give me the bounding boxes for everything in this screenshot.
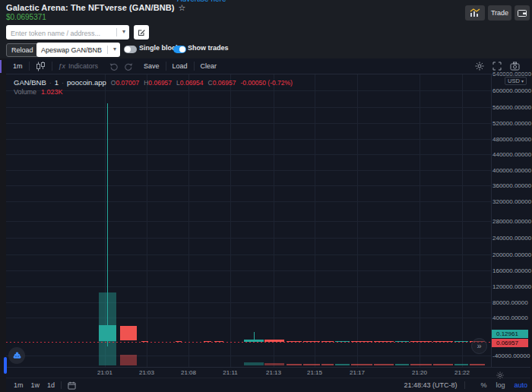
auto-scale-button[interactable]: auto xyxy=(514,381,527,389)
gridline-h xyxy=(6,185,491,186)
gridline-h xyxy=(6,139,491,140)
go-to-date-button[interactable] xyxy=(68,381,76,390)
candle-style-button[interactable] xyxy=(36,62,46,71)
load-button[interactable]: Load xyxy=(173,62,188,70)
legend-symbol[interactable]: GAN/BNB xyxy=(14,78,46,87)
flat-candle xyxy=(214,341,223,342)
flat-candle xyxy=(335,341,350,342)
volume-tick xyxy=(410,364,432,365)
flat-candle xyxy=(204,341,211,342)
gridline-v xyxy=(357,74,358,367)
ohlc-high-value: 0.06957 xyxy=(148,79,172,87)
undo-icon xyxy=(109,62,119,71)
gridline-h xyxy=(6,221,491,222)
calendar-icon xyxy=(68,381,76,390)
volume-value: 1.023K xyxy=(41,88,63,96)
undo-button[interactable] xyxy=(109,62,119,71)
log-scale-button[interactable]: log xyxy=(496,381,505,389)
candle-body xyxy=(99,325,116,341)
y-axis-label: 160000.00000 xyxy=(492,267,527,274)
y-axis-label: 480000.00000 xyxy=(492,136,527,143)
volume-tick xyxy=(303,364,320,365)
toolbar-right-icons xyxy=(475,62,530,71)
poocoin-watermark-button[interactable] xyxy=(8,347,25,364)
fx-icon: ƒx xyxy=(59,62,66,70)
bottom-bar-right: 21:48:43 (UTC-8) % log auto xyxy=(404,381,530,389)
bottom-bar-divider xyxy=(61,381,62,389)
y-axis-label: 80000.00000 xyxy=(492,299,527,306)
gridline-v xyxy=(230,74,231,367)
x-axis-label: 21:11 xyxy=(219,369,242,376)
flat-candle xyxy=(454,341,468,342)
range-1m-button[interactable]: 1m xyxy=(14,381,24,389)
range-1w-button[interactable]: 1w xyxy=(31,381,40,389)
y-axis-label: 280000.00000 xyxy=(492,218,527,225)
x-axis-label: 21:08 xyxy=(177,369,200,376)
volume-tick xyxy=(287,364,302,365)
gridline-h xyxy=(6,270,491,271)
last-price-line xyxy=(6,342,491,343)
ohlc-low-value: 0.06954 xyxy=(180,79,204,87)
gridline-h xyxy=(6,286,491,287)
poocoin-chart-page: { "colors": { "up": "#26a69a", "down": "… xyxy=(0,0,532,392)
gridline-h xyxy=(6,170,491,171)
settings-gear-icon[interactable] xyxy=(475,62,484,71)
currency-selector-button[interactable]: USD ▾ xyxy=(505,77,527,85)
y-axis-label: 200000.00000 xyxy=(492,251,527,258)
volume-tick xyxy=(433,364,453,365)
y-axis-label: 320000.00000 xyxy=(492,198,527,205)
toolbar-divider xyxy=(29,62,30,71)
volume-bar xyxy=(120,355,137,365)
currency-label: USD xyxy=(508,77,520,84)
redo-button[interactable] xyxy=(124,62,134,71)
y-axis-label: 560000.00000 xyxy=(492,104,527,111)
volume-tick xyxy=(351,364,372,365)
gridline-v xyxy=(315,74,315,367)
fullscreen-icon[interactable] xyxy=(492,62,502,71)
flat-candle xyxy=(321,341,334,342)
gridline-v xyxy=(188,74,189,367)
gridline-h xyxy=(6,254,491,255)
x-axis-label: 21:01 xyxy=(93,369,116,376)
candle-wick xyxy=(107,103,108,346)
time-axis-border xyxy=(6,367,530,368)
toolbar-divider xyxy=(194,62,195,71)
legend-separator: · xyxy=(49,79,52,87)
bottom-bar-divider xyxy=(464,381,465,389)
legend-interval: 1 xyxy=(55,78,59,87)
x-axis-label: 21:17 xyxy=(346,369,369,376)
gridline-h xyxy=(6,318,491,318)
redo-icon xyxy=(124,62,134,71)
x-axis-label: 21:15 xyxy=(303,369,326,376)
left-scrollbar-thumb[interactable] xyxy=(4,357,7,374)
y-axis-label: 40000.00000 xyxy=(492,315,527,321)
y-axis-label: 360000.00000 xyxy=(492,182,527,189)
flat-candle xyxy=(141,341,148,342)
camera-icon[interactable] xyxy=(510,62,520,71)
goto-realtime-button[interactable]: » xyxy=(471,338,487,354)
save-button[interactable]: Save xyxy=(144,62,160,70)
gridline-h xyxy=(6,302,491,303)
chart-legend: GAN/BNB · 1 · poocoin.app O 0.07007 H 0.… xyxy=(14,78,293,87)
flat-candle xyxy=(176,341,182,342)
y-axis-label: 440000.00000 xyxy=(492,151,527,158)
gridline-v xyxy=(462,74,463,367)
volume-tick xyxy=(321,364,334,365)
left-edge-accent xyxy=(0,60,2,73)
flat-candle xyxy=(374,341,394,342)
indicators-button[interactable]: ƒx Indicators xyxy=(59,62,99,70)
flat-candle xyxy=(410,341,432,342)
percent-scale-button[interactable]: % xyxy=(480,381,486,389)
gridline-v xyxy=(274,74,274,367)
gridline-h xyxy=(6,123,491,124)
clear-button[interactable]: Clear xyxy=(201,62,217,70)
ohlc-close-value: 0.06957 xyxy=(213,79,236,87)
candlestick-icon xyxy=(36,62,46,71)
interval-button[interactable]: 1m xyxy=(13,62,23,70)
gridline-h xyxy=(6,90,491,91)
clock-timezone-button[interactable]: 21:48:43 (UTC-8) xyxy=(404,381,457,389)
toolbar-divider xyxy=(52,62,52,71)
flat-candle xyxy=(433,341,453,342)
flat-candle xyxy=(351,341,372,342)
range-1d-button[interactable]: 1d xyxy=(47,381,55,389)
